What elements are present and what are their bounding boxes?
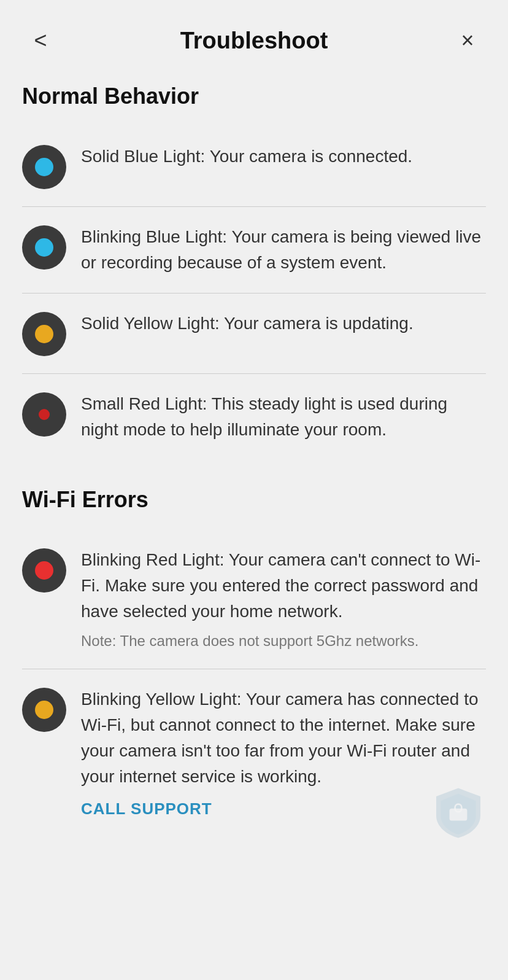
item-row-solid-yellow: Solid Yellow Light: Your camera is updat… xyxy=(22,294,486,374)
svg-rect-0 xyxy=(450,808,468,820)
led-dot-solid-yellow xyxy=(35,325,53,343)
page-wrapper: < Troubleshoot × Normal BehaviorSolid Bl… xyxy=(0,0,508,873)
item-row-blinking-red: Blinking Red Light: Your camera can't co… xyxy=(22,530,486,669)
section-title-wifi-errors: Wi-Fi Errors xyxy=(22,487,486,513)
close-icon: × xyxy=(461,28,474,53)
brand-watermark xyxy=(431,785,486,843)
led-icon-solid-yellow xyxy=(22,312,66,356)
led-icon-solid-blue xyxy=(22,145,66,189)
header: < Troubleshoot × xyxy=(0,0,508,71)
led-dot-blinking-blue xyxy=(35,238,53,257)
led-icon-blinking-blue xyxy=(22,225,66,270)
led-dot-blinking-red xyxy=(35,561,53,580)
call-support-button[interactable]: CALL SUPPORT xyxy=(81,799,212,819)
back-button[interactable]: < xyxy=(22,22,59,59)
item-description-blinking-red: Blinking Red Light: Your camera can't co… xyxy=(81,547,486,624)
item-description-blinking-blue: Blinking Blue Light: Your camera is bein… xyxy=(81,224,486,276)
item-description-solid-yellow: Solid Yellow Light: Your camera is updat… xyxy=(81,311,486,336)
item-row-solid-blue: Solid Blue Light: Your camera is connect… xyxy=(22,126,486,207)
led-dot-solid-blue xyxy=(35,158,53,176)
led-dot-blinking-yellow xyxy=(35,701,53,719)
item-text-wrapper-blinking-blue: Blinking Blue Light: Your camera is bein… xyxy=(81,224,486,276)
item-text-wrapper-solid-yellow: Solid Yellow Light: Your camera is updat… xyxy=(81,311,486,336)
section-normal-behavior: Normal BehaviorSolid Blue Light: Your ca… xyxy=(22,84,486,460)
page-title: Troubleshoot xyxy=(180,28,328,54)
content: Normal BehaviorSolid Blue Light: Your ca… xyxy=(0,71,508,873)
led-icon-small-red xyxy=(22,392,66,437)
item-note-blinking-red: Note: The camera does not support 5Ghz n… xyxy=(81,631,486,651)
item-text-wrapper-solid-blue: Solid Blue Light: Your camera is connect… xyxy=(81,144,486,169)
item-text-wrapper-blinking-red: Blinking Red Light: Your camera can't co… xyxy=(81,547,486,651)
item-row-blinking-blue: Blinking Blue Light: Your camera is bein… xyxy=(22,207,486,294)
led-icon-blinking-red xyxy=(22,548,66,593)
item-description-small-red: Small Red Light: This steady light is us… xyxy=(81,391,486,443)
item-description-solid-blue: Solid Blue Light: Your camera is connect… xyxy=(81,144,486,169)
item-row-blinking-yellow: Blinking Yellow Light: Your camera has c… xyxy=(22,669,486,836)
led-icon-blinking-yellow xyxy=(22,688,66,732)
led-dot-small-red xyxy=(39,409,50,420)
back-icon: < xyxy=(34,28,47,53)
section-wifi-errors: Wi-Fi ErrorsBlinking Red Light: Your cam… xyxy=(22,487,486,836)
item-row-small-red: Small Red Light: This steady light is us… xyxy=(22,374,486,460)
item-description-blinking-yellow: Blinking Yellow Light: Your camera has c… xyxy=(81,686,486,790)
close-button[interactable]: × xyxy=(449,22,486,59)
section-title-normal-behavior: Normal Behavior xyxy=(22,84,486,109)
item-text-wrapper-small-red: Small Red Light: This steady light is us… xyxy=(81,391,486,443)
item-text-wrapper-blinking-yellow: Blinking Yellow Light: Your camera has c… xyxy=(81,686,486,819)
